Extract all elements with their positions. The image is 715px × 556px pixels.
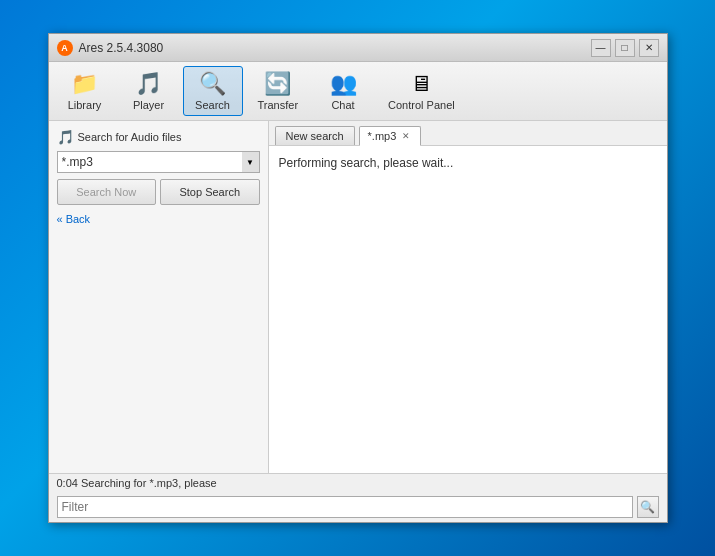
- back-label: Back: [66, 213, 90, 225]
- mp3-search-tab[interactable]: *.mp3 ✕: [359, 126, 422, 146]
- app-icon: A: [57, 40, 73, 56]
- library-label: Library: [68, 99, 102, 111]
- filter-input[interactable]: [57, 496, 633, 518]
- transfer-icon: 🔄: [264, 71, 291, 97]
- library-icon: 📁: [71, 71, 98, 97]
- stop-search-button[interactable]: Stop Search: [160, 179, 260, 205]
- mp3-tab-close-button[interactable]: ✕: [400, 130, 412, 142]
- search-now-button[interactable]: Search Now: [57, 179, 157, 205]
- toolbar-player[interactable]: 🎵 Player: [119, 66, 179, 116]
- title-buttons: — □ ✕: [591, 39, 659, 57]
- status-bar: 0:04 Searching for *.mp3, please: [49, 473, 667, 492]
- search-label: Search: [195, 99, 230, 111]
- audio-icon: 🎵: [57, 129, 74, 145]
- right-panel: New search *.mp3 ✕ Performing search, pl…: [269, 121, 667, 473]
- close-button[interactable]: ✕: [639, 39, 659, 57]
- player-label: Player: [133, 99, 164, 111]
- search-for-label: 🎵 Search for Audio files: [57, 129, 260, 145]
- search-for-text: Search for Audio files: [78, 131, 182, 143]
- window-title: Ares 2.5.4.3080: [79, 41, 591, 55]
- search-results-area: Performing search, please wait...: [269, 146, 667, 473]
- filter-search-button[interactable]: 🔍: [637, 496, 659, 518]
- filter-bar: 🔍: [49, 492, 667, 522]
- toolbar-transfer[interactable]: 🔄 Transfer: [247, 66, 310, 116]
- player-icon: 🎵: [135, 71, 162, 97]
- title-bar: A Ares 2.5.4.3080 — □ ✕: [49, 34, 667, 62]
- toolbar-search[interactable]: 🔍 Search: [183, 66, 243, 116]
- main-area: 🎵 Search for Audio files ▼ Search Now St…: [49, 121, 667, 473]
- toolbar: 📁 Library 🎵 Player 🔍 Search 🔄 Transfer 👥…: [49, 62, 667, 121]
- main-window: A Ares 2.5.4.3080 — □ ✕ 📁 Library 🎵 Play…: [48, 33, 668, 523]
- transfer-label: Transfer: [258, 99, 299, 111]
- search-icon: 🔍: [199, 71, 226, 97]
- search-query-wrapper: ▼: [57, 151, 260, 173]
- filter-search-icon: 🔍: [640, 500, 655, 514]
- search-query-input[interactable]: [57, 151, 260, 173]
- chat-label: Chat: [331, 99, 354, 111]
- searching-status-text: Performing search, please wait...: [279, 156, 454, 170]
- new-search-tab-button[interactable]: New search: [275, 126, 355, 145]
- left-panel: 🎵 Search for Audio files ▼ Search Now St…: [49, 121, 269, 473]
- control-panel-icon: 🖥: [410, 71, 432, 97]
- chat-icon: 👥: [330, 71, 357, 97]
- back-link[interactable]: « Back: [57, 213, 260, 225]
- tabs-row: New search *.mp3 ✕: [269, 121, 667, 146]
- search-dropdown-button[interactable]: ▼: [242, 151, 260, 173]
- toolbar-chat[interactable]: 👥 Chat: [313, 66, 373, 116]
- toolbar-library[interactable]: 📁 Library: [55, 66, 115, 116]
- maximize-button[interactable]: □: [615, 39, 635, 57]
- control-panel-label: Control Panel: [388, 99, 455, 111]
- back-chevron-icon: «: [57, 213, 63, 225]
- toolbar-control-panel[interactable]: 🖥 Control Panel: [377, 66, 466, 116]
- status-text: 0:04 Searching for *.mp3, please: [57, 477, 217, 489]
- mp3-tab-label: *.mp3: [368, 130, 397, 142]
- search-button-row: Search Now Stop Search: [57, 179, 260, 205]
- minimize-button[interactable]: —: [591, 39, 611, 57]
